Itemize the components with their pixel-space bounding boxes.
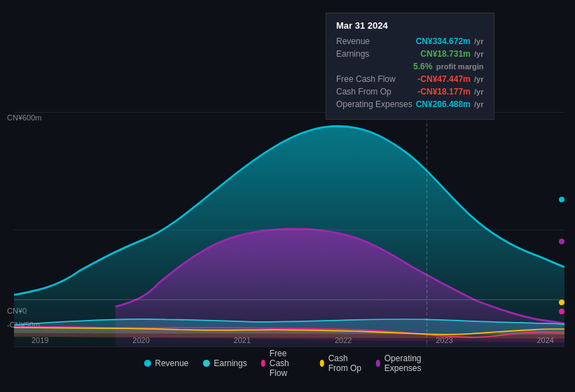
tooltip-label-earnings: Earnings [336, 49, 413, 59]
chart-area [14, 112, 564, 346]
edge-dot-cashop [559, 300, 564, 305]
tooltip-row-earnings: Earnings CN¥18.731m /yr [336, 49, 484, 59]
legend-dot-opex [376, 360, 380, 367]
tooltip-value-margin: 5.6% profit margin [413, 62, 484, 71]
legend-item-earnings[interactable]: Earnings [202, 358, 247, 368]
tooltip-value-revenue: CN¥334.672m /yr [416, 36, 484, 46]
legend-label-cashop: Cash From Op [328, 354, 362, 373]
x-label-2024: 2024 [536, 336, 553, 344]
grid-line-zero [14, 300, 564, 300]
tooltip-label-cashop: Cash From Op [336, 87, 413, 97]
legend-item-fcf[interactable]: Free Cash Flow [261, 349, 306, 378]
legend-item-opex[interactable]: Operating Expenses [376, 354, 431, 373]
grid-line-mid [14, 230, 564, 230]
tooltip-title: Mar 31 2024 [336, 20, 484, 31]
legend-item-revenue[interactable]: Revenue [144, 358, 188, 368]
x-label-2019: 2019 [32, 336, 48, 344]
legend-label-opex: Operating Expenses [385, 354, 431, 373]
x-axis: 2019 2020 2021 2022 2023 2024 [0, 336, 575, 344]
legend-dot-cashop [320, 360, 324, 367]
legend-label-earnings: Earnings [214, 358, 247, 368]
legend: Revenue Earnings Free Cash Flow Cash Fro… [144, 349, 431, 378]
tooltip-value-cashop: -CN¥18.177m /yr [417, 87, 483, 97]
tooltip-value-opex: CN¥206.488m /yr [416, 99, 484, 109]
legend-item-cashop[interactable]: Cash From Op [320, 354, 362, 373]
tooltip-box: Mar 31 2024 Revenue CN¥334.672m /yr Earn… [326, 13, 494, 120]
tooltip-row-opex: Operating Expenses CN¥206.488m /yr [336, 99, 484, 109]
tooltip-label-fcf: Free Cash Flow [336, 74, 413, 84]
tooltip-row-margin: 5.6% profit margin [336, 62, 484, 71]
legend-dot-earnings [202, 360, 209, 367]
edge-dot-revenue [559, 197, 564, 202]
edge-dot-opex [559, 239, 564, 244]
x-label-2022: 2022 [335, 336, 352, 344]
legend-dot-revenue [144, 360, 151, 367]
tooltip-value-earnings: CN¥18.731m /yr [420, 49, 483, 59]
tooltip-row-fcf: Free Cash Flow -CN¥47.447m /yr [336, 74, 484, 84]
legend-label-revenue: Revenue [155, 358, 188, 368]
tooltip-row-revenue: Revenue CN¥334.672m /yr [336, 36, 484, 46]
legend-dot-fcf [261, 360, 265, 367]
tooltip-value-fcf: -CN¥47.447m /yr [417, 74, 483, 84]
grid-line-bottom [14, 346, 564, 347]
tooltip-row-cashop: Cash From Op -CN¥18.177m /yr [336, 87, 484, 97]
chart-container: Mar 31 2024 Revenue CN¥334.672m /yr Earn… [0, 0, 575, 392]
x-label-2020: 2020 [132, 336, 149, 344]
tooltip-label-opex: Operating Expenses [336, 99, 413, 109]
x-label-2021: 2021 [234, 336, 251, 344]
x-label-2023: 2023 [436, 336, 452, 344]
legend-label-fcf: Free Cash Flow [270, 349, 306, 378]
tooltip-label-revenue: Revenue [336, 36, 413, 46]
